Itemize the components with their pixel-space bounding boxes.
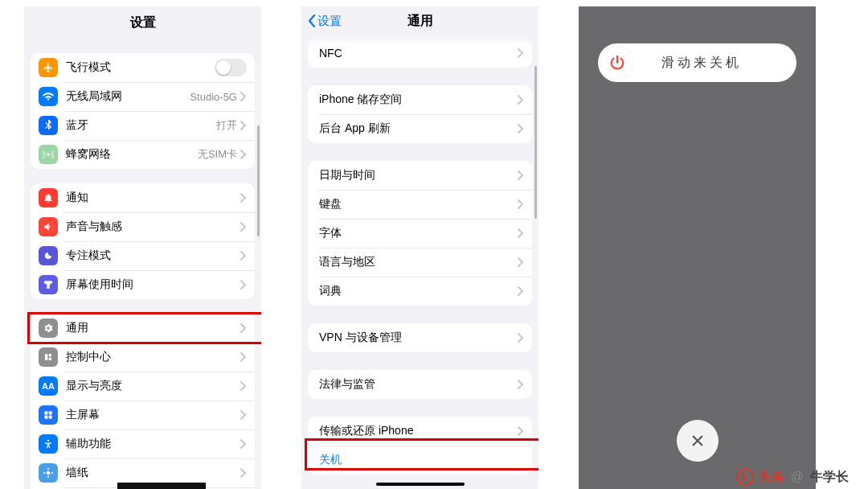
row-date-time[interactable]: 日期与时间 xyxy=(308,161,532,190)
row-legal[interactable]: 法律与监管 xyxy=(308,370,532,399)
svg-rect-5 xyxy=(49,411,52,414)
watermark-author: 牛学长 xyxy=(810,469,849,486)
row-accessibility[interactable]: 辅助功能 xyxy=(31,429,255,458)
chevron-right-icon xyxy=(240,222,247,232)
close-icon xyxy=(690,434,705,448)
bluetooth-detail: 打开 xyxy=(216,118,237,133)
power-off-screen: 滑动来关机 xyxy=(579,6,816,489)
chevron-right-icon xyxy=(518,95,524,105)
chevron-right-icon xyxy=(240,468,247,478)
svg-point-8 xyxy=(47,440,49,442)
row-wifi[interactable]: 无线局域网 Studio-5G xyxy=(31,82,255,111)
svg-point-0 xyxy=(47,153,50,156)
toutiao-logo-icon: 头 xyxy=(736,468,754,486)
notifications-icon xyxy=(39,188,58,208)
general-title: 通用 xyxy=(407,13,433,30)
redaction-bar xyxy=(117,483,206,489)
row-home-screen[interactable]: 主屏幕 xyxy=(31,401,255,429)
svg-rect-6 xyxy=(44,416,47,419)
bgapp-label: 后台 App 刷新 xyxy=(319,121,518,136)
lang-label: 语言与地区 xyxy=(319,255,518,269)
row-language-region[interactable]: 语言与地区 xyxy=(308,248,532,277)
screentime-icon xyxy=(39,275,58,294)
row-background-app-refresh[interactable]: 后台 App 刷新 xyxy=(308,114,532,143)
chevron-right-icon xyxy=(240,193,247,203)
row-bluetooth[interactable]: 蓝牙 打开 xyxy=(31,111,255,140)
datetime-label: 日期与时间 xyxy=(319,168,518,183)
chevron-right-icon xyxy=(240,251,247,261)
general-screen: 设置 通用 NFC iPhone 储存空间 后台 App 刷新 日期与时间 键盘 xyxy=(301,6,538,489)
svg-rect-2 xyxy=(49,354,52,357)
wifi-detail: Studio-5G xyxy=(190,91,237,103)
row-airplane-mode[interactable]: 飞行模式 xyxy=(31,53,255,82)
row-display[interactable]: AA 显示与亮度 xyxy=(31,372,255,401)
row-shutdown[interactable]: 关机 xyxy=(308,446,532,475)
control-center-icon xyxy=(39,347,58,367)
bluetooth-icon xyxy=(39,116,58,135)
shutdown-label: 关机 xyxy=(319,453,524,467)
storage-label: iPhone 储存空间 xyxy=(319,92,518,107)
chevron-right-icon xyxy=(518,199,524,209)
control-center-label: 控制中心 xyxy=(66,350,240,364)
svg-rect-1 xyxy=(45,354,48,360)
chevron-right-icon xyxy=(518,333,524,343)
cellular-icon xyxy=(39,145,58,164)
chevron-right-icon xyxy=(240,121,247,130)
home-screen-icon xyxy=(39,405,58,425)
row-cellular[interactable]: 蜂窝网络 无SIM卡 xyxy=(31,140,255,169)
row-general[interactable]: 通用 xyxy=(31,314,255,343)
row-iphone-storage[interactable]: iPhone 储存空间 xyxy=(308,85,532,114)
legal-label: 法律与监管 xyxy=(319,377,518,392)
chevron-right-icon xyxy=(240,323,247,333)
focus-label: 专注模式 xyxy=(66,249,240,263)
screentime-label: 屏幕使用时间 xyxy=(66,277,240,292)
row-notifications[interactable]: 通知 xyxy=(31,183,255,212)
sounds-icon xyxy=(39,217,58,236)
watermark-brand: 头条 xyxy=(759,469,784,486)
row-keyboard[interactable]: 键盘 xyxy=(308,190,532,219)
chevron-right-icon xyxy=(518,171,524,180)
general-label: 通用 xyxy=(66,321,240,335)
chevron-right-icon xyxy=(240,439,247,449)
transfer-label: 传输或还原 iPhone xyxy=(319,424,518,438)
notifications-label: 通知 xyxy=(66,191,240,205)
chevron-right-icon xyxy=(518,426,524,436)
power-icon[interactable] xyxy=(601,47,633,79)
row-control-center[interactable]: 控制中心 xyxy=(31,343,255,372)
scrollbar[interactable] xyxy=(257,125,260,236)
cellular-detail: 无SIM卡 xyxy=(198,147,237,162)
svg-point-9 xyxy=(47,471,51,475)
cancel-button[interactable] xyxy=(677,420,719,462)
svg-rect-4 xyxy=(44,411,47,414)
scrollbar[interactable] xyxy=(534,66,537,219)
row-dictionary[interactable]: 词典 xyxy=(308,277,532,306)
slide-to-power-off[interactable]: 滑动来关机 xyxy=(598,43,796,82)
wifi-label: 无线局域网 xyxy=(66,89,190,104)
home-indicator[interactable] xyxy=(376,483,465,486)
display-label: 显示与亮度 xyxy=(66,379,240,393)
gear-icon xyxy=(39,318,58,338)
row-transfer-reset[interactable]: 传输或还原 iPhone xyxy=(308,417,532,446)
watermark-at: @ xyxy=(791,470,804,484)
row-nfc[interactable]: NFC xyxy=(308,39,532,68)
accessibility-label: 辅助功能 xyxy=(66,437,240,451)
keyboard-label: 键盘 xyxy=(319,197,518,212)
chevron-right-icon xyxy=(240,410,247,420)
home-screen-label: 主屏幕 xyxy=(66,408,240,422)
row-sounds[interactable]: 声音与触感 xyxy=(31,212,255,241)
focus-icon xyxy=(39,246,58,265)
slide-text: 滑动来关机 xyxy=(633,55,793,72)
airplane-icon xyxy=(39,58,58,77)
back-button[interactable]: 设置 xyxy=(308,6,342,35)
row-fonts[interactable]: 字体 xyxy=(308,219,532,248)
row-screentime[interactable]: 屏幕使用时间 xyxy=(31,270,255,299)
watermark: 头 头条 @ 牛学长 xyxy=(736,468,849,486)
chevron-right-icon xyxy=(518,48,524,58)
nfc-label: NFC xyxy=(319,47,518,60)
row-focus[interactable]: 专注模式 xyxy=(31,241,255,270)
row-vpn-device-management[interactable]: VPN 与设备管理 xyxy=(308,323,532,352)
airplane-toggle[interactable] xyxy=(215,59,247,76)
vpn-label: VPN 与设备管理 xyxy=(319,331,518,345)
fonts-label: 字体 xyxy=(319,226,518,240)
wallpaper-label: 墙纸 xyxy=(66,466,240,480)
